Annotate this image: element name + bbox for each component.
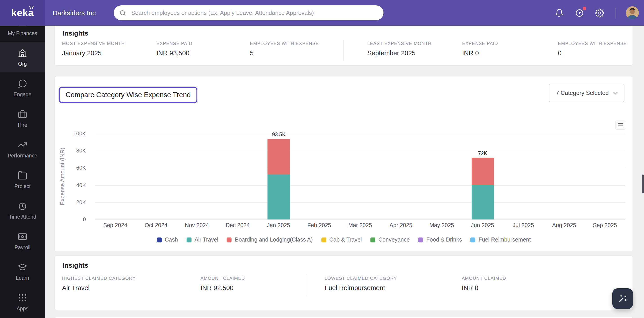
chart-card-title[interactable]: Compare Category Wise Expense Trend <box>59 87 198 103</box>
briefcase-icon <box>18 109 28 119</box>
sidebar-item-apps[interactable]: Apps <box>0 286 45 317</box>
sidebar-item-label: Payroll <box>14 244 30 250</box>
notifications-button[interactable] <box>554 8 564 18</box>
sidebar-item-label: Apps <box>17 306 28 311</box>
legend-item-air-travel[interactable]: Air Travel <box>186 237 218 243</box>
category-selector-dropdown[interactable]: 7 Category Selected <box>549 84 624 102</box>
company-name: Darksiders Inc <box>52 9 96 17</box>
legend-item-conveyance[interactable]: Conveyance <box>370 237 410 243</box>
stat-expense-paid: EXPENSE PAID INR 93,500 <box>156 41 192 57</box>
x-tick-label: Aug 2025 <box>552 222 576 228</box>
bar-total-label: 72K <box>478 150 487 156</box>
gridline <box>95 134 625 134</box>
search-input[interactable] <box>130 9 378 17</box>
x-tick-label: May 2025 <box>429 222 454 228</box>
bar-segment[interactable] <box>471 185 494 219</box>
chart-context-menu-button[interactable] <box>616 121 625 130</box>
legend-swatch <box>186 237 191 242</box>
insights-bottom-card: Insights HIGHEST CLAIMED CATEGORY Air Tr… <box>54 255 633 310</box>
page-scrollbar-thumb[interactable] <box>642 175 644 193</box>
bar-segment[interactable] <box>268 174 290 219</box>
gridline <box>95 185 625 186</box>
gridline <box>95 151 625 151</box>
category-selector-label: 7 Category Selected <box>556 90 609 96</box>
stat-amount-claimed-lowest: AMOUNT CLAIMED INR 0 <box>462 276 506 291</box>
legend-label: Cash <box>165 237 178 243</box>
legend-label: Fuel Reimbursement <box>478 237 531 243</box>
ai-assistant-fab[interactable] <box>612 288 633 309</box>
legend-item-fuel-reimbursement[interactable]: Fuel Reimbursement <box>470 237 531 243</box>
sidebar-item-label: Project <box>14 183 30 189</box>
chart-plot: 93.5K72K <box>95 134 625 219</box>
search-bar[interactable] <box>114 6 384 20</box>
clock-icon <box>18 201 28 211</box>
notification-badge-dot <box>582 7 586 10</box>
stat-most-expensive-month: MOST EXPENSIVE MONTH January 2025 <box>62 41 125 57</box>
legend-label: Air Travel <box>194 237 218 243</box>
topbar-divider <box>615 8 615 18</box>
sidebar-item-label: Time Attend <box>9 214 36 219</box>
legend-swatch <box>227 237 232 242</box>
x-tick-label: Jun 2025 <box>471 222 494 228</box>
x-tick-label: Oct 2024 <box>145 222 168 228</box>
stat-employees-with-expense: EMPLOYEES WITH EXPENSE 5 <box>250 41 319 57</box>
gear-icon <box>595 8 604 17</box>
chat-icon <box>18 79 28 88</box>
x-tick-label: Mar 2025 <box>348 222 372 228</box>
settings-button[interactable] <box>594 8 604 18</box>
legend-item-cash[interactable]: Cash <box>157 237 178 243</box>
logo-spark-icon <box>29 6 35 10</box>
whats-new-button[interactable] <box>574 8 584 18</box>
legend-label: Conveyance <box>378 237 410 243</box>
magic-wand-icon <box>617 293 628 304</box>
x-tick-label: Jan 2025 <box>267 222 290 228</box>
keka-logo[interactable]: keka <box>0 0 45 26</box>
sidebar-item-hire[interactable]: Hire <box>0 103 45 134</box>
sidebar-item-time-attend[interactable]: Time Attend <box>0 195 45 225</box>
sidebar-item-label: My Finances <box>8 30 37 36</box>
legend-item-cab-travel[interactable]: Cab & Travel <box>321 237 362 243</box>
legend-label: Cab & Travel <box>329 237 362 243</box>
stat-employees-with-expense-least: EMPLOYEES WITH EXPENSE 0 <box>558 41 627 57</box>
stats-divider <box>344 40 344 61</box>
x-tick-label: Nov 2024 <box>185 222 209 228</box>
y-tick-label: 100K <box>73 130 86 137</box>
sidebar-item-learn[interactable]: Learn <box>0 256 45 286</box>
gauge-icon <box>575 8 584 17</box>
chevron-down-icon <box>613 92 618 94</box>
legend-item-food-drinks[interactable]: Food & Drinks <box>418 237 462 243</box>
legend-item-boarding-and-lodging-class-a-[interactable]: Boarding and Lodging(Class A) <box>227 237 313 243</box>
y-tick-label: 60K <box>76 165 86 171</box>
sidebar-item-payroll[interactable]: Payroll <box>0 225 45 256</box>
stacked-bar-jun-2025[interactable]: 72K <box>471 158 494 219</box>
sidebar-item-org[interactable]: Org <box>0 42 45 72</box>
bar-segment[interactable] <box>471 158 494 185</box>
gridline <box>95 219 625 219</box>
sidebar-item-label: Org <box>18 61 27 66</box>
chart-x-axis: Sep 2024Oct 2024Nov 2024Dec 2024Jan 2025… <box>95 222 625 229</box>
sidebar: My Finances Org Engage Hire Performance … <box>0 26 45 318</box>
folder-icon <box>18 170 28 180</box>
sidebar-item-project[interactable]: Project <box>0 164 45 195</box>
x-tick-label: Sep 2024 <box>103 222 127 228</box>
bell-icon <box>554 8 564 17</box>
sidebar-item-performance[interactable]: Performance <box>0 134 45 164</box>
legend-swatch <box>370 237 376 242</box>
insights-title: Insights <box>62 261 88 269</box>
sidebar-item-my-finances[interactable]: My Finances <box>0 26 45 42</box>
sidebar-item-label: Learn <box>16 275 29 280</box>
insights-title: Insights <box>62 29 88 37</box>
sidebar-item-label: Hire <box>18 122 27 128</box>
app: keka Darksiders Inc <box>0 0 644 318</box>
sidebar-item-engage[interactable]: Engage <box>0 72 45 103</box>
x-tick-label: Apr 2025 <box>390 222 412 228</box>
graduation-cap-icon <box>18 262 28 272</box>
bar-segment[interactable] <box>268 139 290 175</box>
apps-grid-icon <box>18 292 28 302</box>
credit-card-icon <box>18 231 28 241</box>
legend-swatch <box>418 237 423 242</box>
x-tick-label: Dec 2024 <box>226 222 250 228</box>
stacked-bar-jan-2025[interactable]: 93.5K <box>268 139 290 219</box>
user-avatar[interactable] <box>626 6 638 19</box>
gridline <box>95 168 625 168</box>
